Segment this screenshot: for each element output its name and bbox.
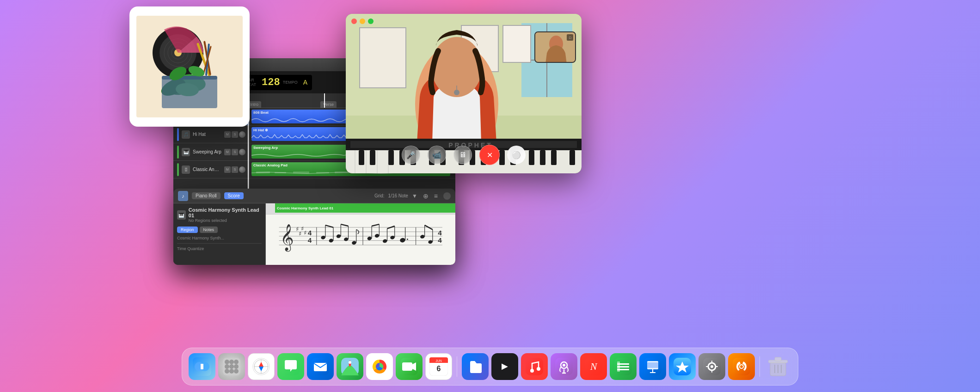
score-region-bar: Cosmic Harmony Synth Lead 01: [275, 203, 455, 213]
fullscreen-button[interactable]: [368, 18, 374, 24]
score-track-sub: No Regions selected: [189, 218, 262, 223]
dock-icon-news[interactable]: N: [580, 353, 607, 380]
dock-icon-keynote[interactable]: [639, 353, 666, 380]
track-header-analog-pad[interactable]: 🎛 Classic Analog Pad M S: [173, 161, 249, 178]
camera-button[interactable]: 📹: [428, 146, 446, 164]
svg-rect-20: [275, 172, 286, 173]
track-icon-pad: 🎛: [182, 165, 190, 174]
svg-point-59: [382, 239, 387, 244]
solo-btn-pad[interactable]: S: [232, 166, 238, 173]
svg-text:4: 4: [438, 236, 442, 244]
close-button[interactable]: [351, 18, 357, 24]
svg-point-181: [740, 365, 743, 368]
dock-icon-trash[interactable]: [765, 353, 791, 380]
album-art-card: [129, 6, 250, 127]
svg-point-124: [225, 369, 229, 374]
end-call-button[interactable]: ✕: [479, 145, 500, 165]
dock-icon-safari[interactable]: [248, 353, 275, 380]
track-controls-hihat: M S: [224, 131, 245, 138]
record-button[interactable]: ⚪: [507, 146, 526, 164]
svg-point-123: [234, 364, 239, 369]
vol-knob-arp[interactable]: [239, 149, 245, 155]
svg-text:4: 4: [438, 229, 442, 237]
pip-expand-icon[interactable]: □: [567, 34, 573, 41]
track-icon-arp: 🎹: [182, 148, 190, 156]
microphone-button[interactable]: 🎤: [402, 146, 420, 164]
score-notation: 1 2 Cosmic Harmony Synth Lead 01: [266, 203, 455, 265]
dock-icon-appstore[interactable]: [669, 353, 696, 380]
svg-rect-116: [201, 364, 203, 369]
notes-tab[interactable]: Notes: [200, 227, 218, 233]
score-track-header: 🎹 Cosmic Harmony Synth Lead 01 No Region…: [177, 207, 262, 223]
svg-rect-178: [716, 366, 718, 367]
svg-point-70: [428, 239, 433, 244]
svg-rect-103: [540, 150, 545, 165]
desktop-background: My Greatest Hit - Tracks ⏮ ▶ 00 5.1 BAR …: [0, 0, 980, 392]
dock-icon-facetime[interactable]: [396, 353, 423, 380]
vol-knob-pad[interactable]: [239, 166, 245, 173]
svg-rect-151: [526, 358, 543, 375]
svg-line-50: [341, 224, 348, 226]
svg-rect-175: [711, 361, 712, 363]
quantize-icon[interactable]: ⊕: [423, 192, 429, 200]
transport-key: A: [303, 79, 307, 86]
svg-point-48: [343, 237, 349, 242]
screen-share-button[interactable]: 🖥: [453, 146, 472, 164]
dock-icon-messages[interactable]: [277, 353, 304, 380]
mute-btn-arp[interactable]: M: [224, 149, 231, 155]
dock-icon-photos[interactable]: [366, 353, 393, 380]
svg-point-120: [234, 360, 239, 364]
svg-text:6: 6: [437, 365, 441, 373]
mute-btn-pad[interactable]: M: [224, 166, 231, 173]
svg-rect-22: [316, 172, 329, 173]
mute-btn-hihat[interactable]: M: [224, 131, 231, 138]
svg-rect-177: [706, 366, 708, 367]
grid-value: 1/16 Note: [388, 193, 408, 198]
dock-icon-launchpad[interactable]: [218, 353, 245, 380]
dock-icon-mail[interactable]: [307, 353, 334, 380]
dock-icon-files[interactable]: [462, 353, 489, 380]
dock-icon-podcasts[interactable]: [551, 353, 577, 380]
svg-point-43: [329, 239, 334, 243]
dock-icon-music[interactable]: [521, 353, 548, 380]
dock-icon-system-prefs[interactable]: [698, 353, 725, 380]
score-track-icon: 🎹: [177, 210, 186, 220]
solo-btn-hihat[interactable]: S: [232, 131, 238, 138]
track-name-hihat: Hi Hat: [193, 132, 221, 137]
score-track-info: 🎹 Cosmic Harmony Synth Lead 01 No Region…: [173, 203, 266, 265]
dock: 6JUN ▶ N: [182, 348, 798, 386]
facetime-window: PROPHET □ 🎤 📹 🖥 ✕ ⚪: [346, 14, 582, 173]
solo-btn-arp[interactable]: S: [232, 149, 238, 155]
svg-rect-141: [402, 362, 412, 371]
track-header-hihat[interactable]: 🎵 Hi Hat M S: [173, 126, 249, 143]
dock-icon-calendar[interactable]: 6JUN: [425, 353, 452, 380]
svg-point-122: [229, 364, 234, 369]
piano-roll-tab[interactable]: Piano Roll: [192, 192, 220, 199]
region-label-808: 808 Beat: [253, 110, 269, 115]
region-tab[interactable]: Region: [177, 227, 198, 233]
track-color-hihat: [177, 128, 179, 141]
svg-point-138: [349, 361, 351, 364]
minimize-button[interactable]: [360, 18, 365, 24]
display-toggle[interactable]: [443, 192, 451, 200]
dock-icon-numbers[interactable]: [610, 353, 637, 380]
svg-rect-81: [503, 25, 531, 62]
svg-rect-15: [162, 76, 217, 108]
region-tabs: Region Notes: [177, 227, 262, 233]
dock-icon-garageband[interactable]: [728, 353, 755, 380]
score-tab[interactable]: Score: [224, 192, 244, 199]
settings-icon[interactable]: ≡: [434, 192, 438, 200]
dock-icon-finder[interactable]: [189, 353, 215, 380]
vol-knob-hihat[interactable]: [239, 131, 245, 138]
dock-icon-maps[interactable]: [337, 353, 363, 380]
svg-rect-19: [256, 172, 270, 173]
region-arp[interactable]: Sweeping Arp: [251, 145, 353, 159]
track-header-sweeping-arp[interactable]: 🎹 Sweeping Arp M S: [173, 143, 249, 161]
dock-icon-appletv[interactable]: ▶: [491, 353, 518, 380]
grid-chevron-icon[interactable]: ▼: [412, 193, 417, 199]
svg-rect-82: [360, 28, 406, 88]
svg-point-61: [390, 235, 395, 240]
region-label-hihat: Hi Hat ⊕: [253, 128, 268, 132]
svg-point-152: [530, 369, 534, 373]
svg-rect-21: [293, 172, 309, 173]
